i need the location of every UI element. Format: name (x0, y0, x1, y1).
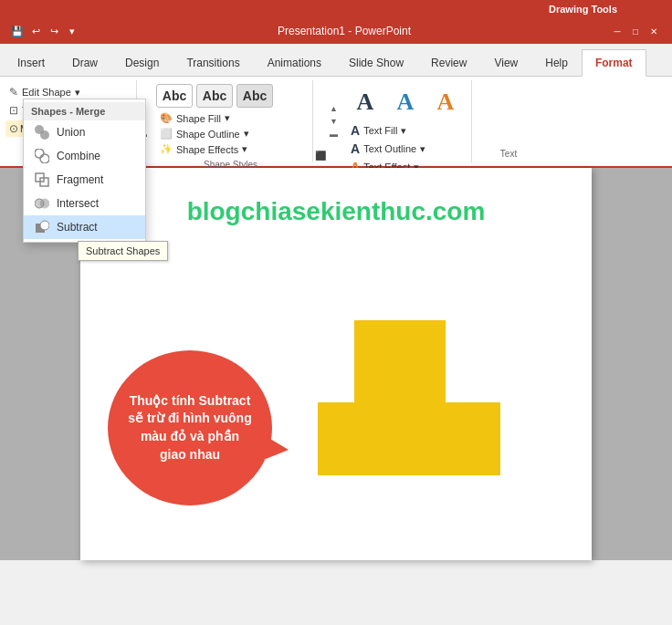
shape-swatches-row: Abc Abc Abc (156, 84, 305, 108)
shape-swatch-3[interactable]: Abc (236, 84, 273, 108)
shape-outline-btn[interactable]: ⬜ Shape Outline ▾ (156, 127, 253, 141)
yellow-l-shape (318, 320, 500, 487)
redo-btn[interactable]: ↪ (46, 23, 62, 39)
edit-shape-icon: ✎ (9, 86, 18, 99)
title-bar: 💾 ↩ ↪ ▾ Presentation1 - PowerPoint ─ □ ✕ (0, 18, 672, 44)
tab-insert[interactable]: Insert (4, 48, 58, 76)
shape-actions-area: 🎨 Shape Fill ▾ ⬜ Shape Outline ▾ ✨ Shape… (156, 108, 305, 156)
tab-format[interactable]: Format (582, 49, 646, 77)
minimize-btn[interactable]: ─ (608, 22, 626, 40)
tooltip-text: Subtract Shapes (86, 245, 160, 256)
shape-fill-icon: 🎨 (160, 112, 173, 124)
subtract-tooltip: Subtract Shapes (78, 241, 168, 261)
intersect-icon-svg (35, 196, 49, 211)
shape-effects-label: Shape Effects (176, 144, 238, 155)
scroll-wordart-btn[interactable]: ▲ ▼ ▬ (328, 80, 340, 162)
app-title: Presentation1 - PowerPoint (278, 25, 411, 37)
undo-btn[interactable]: ↩ (27, 23, 44, 39)
union-label: Union (57, 126, 85, 139)
fragment-item[interactable]: Fragment (24, 168, 145, 192)
fragment-icon (35, 172, 49, 187)
shape-effects-btn[interactable]: ✨ Shape Effects ▾ (156, 142, 253, 156)
title-bar-left: 💾 ↩ ↪ ▾ (9, 23, 80, 39)
save-btn[interactable]: 💾 (9, 23, 26, 39)
red-bubble: Thuộc tính Subtract sẽ trừ đi hình vuông… (108, 350, 272, 505)
drawing-tools-bar: Drawing Tools (0, 0, 672, 18)
shape-outline-icon: ⬜ (160, 128, 173, 140)
customize-btn[interactable]: ▾ (64, 23, 80, 39)
merge-shapes-icon: ⊙ (9, 122, 18, 135)
subtract-label: Subtract (57, 221, 98, 234)
intersect-label: Intersect (57, 197, 99, 210)
wordart-letters-row: A A A (347, 84, 464, 120)
bubble-text: Thuộc tính Subtract sẽ trừ đi hình vuông… (126, 392, 254, 464)
text-outline-icon: A (351, 141, 360, 156)
blog-title: blogchiasekienthuc.com (187, 197, 486, 226)
shape-fill-btn[interactable]: 🎨 Shape Fill ▾ (156, 111, 253, 125)
fragment-icon-svg (35, 172, 49, 187)
text-fill-icon: A (351, 123, 360, 138)
text-group-label: Text (479, 145, 538, 159)
shape-styles-expand-btn[interactable]: ⬛ (313, 80, 328, 162)
drawing-tools-label: Drawing Tools (549, 4, 617, 15)
shape-styles-group: Abc Abc Abc 🎨 Shape Fill ▾ ⬜ Shape Outli… (149, 80, 313, 162)
text-box-icon: ⊡ (9, 104, 18, 117)
fragment-label: Fragment (57, 173, 103, 186)
text-outline-btn[interactable]: A Text Outline ▾ (347, 141, 464, 157)
intersect-icon (35, 196, 49, 211)
tab-design[interactable]: Design (111, 48, 173, 76)
tab-help[interactable]: Help (531, 48, 582, 76)
l-shape-path (318, 320, 500, 475)
shape-swatch-2[interactable]: Abc (196, 84, 233, 108)
tab-animations[interactable]: Animations (254, 48, 335, 76)
tab-draw[interactable]: Draw (58, 48, 111, 76)
subtract-item[interactable]: Subtract (24, 215, 145, 239)
tab-transitions[interactable]: Transitions (173, 48, 253, 76)
shape-effects-icon: ✨ (160, 143, 173, 155)
edit-shape-arrow: ▾ (75, 87, 80, 99)
shape-swatch-1[interactable]: Abc (156, 84, 193, 108)
combine-label: Combine (57, 150, 100, 162)
shape-actions: 🎨 Shape Fill ▾ ⬜ Shape Outline ▾ ✨ Shape… (156, 111, 253, 156)
close-btn[interactable]: ✕ (645, 22, 663, 40)
text-fill-label: Text Fill (363, 125, 397, 136)
union-icon-svg (35, 125, 49, 140)
wordart-letter-3[interactable]: A (427, 84, 464, 120)
restore-btn[interactable]: □ (626, 22, 645, 40)
wordart-letter-2[interactable]: A (387, 84, 424, 120)
subtract-icon (35, 220, 49, 234)
dropdown-title: Shapes - Merge (24, 102, 145, 120)
intersect-item[interactable]: Intersect (24, 192, 145, 215)
quick-access-toolbar: 💾 ↩ ↪ ▾ (9, 23, 80, 39)
slide: blogchiasekienthuc.com Thuộc tính Subtra… (80, 168, 592, 560)
svg-point-3 (40, 154, 49, 163)
shape-outline-label: Shape Outline (176, 129, 240, 140)
tab-view[interactable]: View (480, 48, 531, 76)
combine-item[interactable]: Combine (24, 144, 145, 168)
svg-point-1 (40, 130, 49, 140)
svg-point-2 (35, 149, 44, 158)
text-outline-label: Text Outline (363, 143, 416, 154)
edit-shape-label: Edit Shape (22, 87, 71, 98)
union-item[interactable]: Union (24, 120, 145, 144)
shape-fill-label: Shape Fill (176, 113, 221, 124)
subtract-icon-svg (35, 220, 49, 234)
wordart-letter-1[interactable]: A (347, 84, 383, 120)
wordart-styles-group: A A A A Text Fill ▾ A Text Outline ▾ A T… (340, 80, 472, 162)
merge-shapes-dropdown: Shapes - Merge Union Combine Fragment (23, 99, 146, 243)
union-icon (35, 125, 49, 140)
combine-icon-svg (35, 149, 49, 163)
svg-point-7 (40, 199, 49, 208)
ribbon-tabs: Insert Draw Design Transitions Animation… (0, 44, 672, 77)
window-controls: ─ □ ✕ (608, 22, 663, 40)
text-group: Text (472, 80, 545, 162)
svg-point-9 (40, 221, 49, 230)
text-fill-btn[interactable]: A Text Fill ▾ (347, 122, 464, 139)
yellow-shape-svg (318, 320, 500, 484)
tab-slideshow[interactable]: Slide Show (335, 48, 417, 76)
combine-icon (35, 149, 49, 163)
tab-review[interactable]: Review (417, 48, 480, 76)
